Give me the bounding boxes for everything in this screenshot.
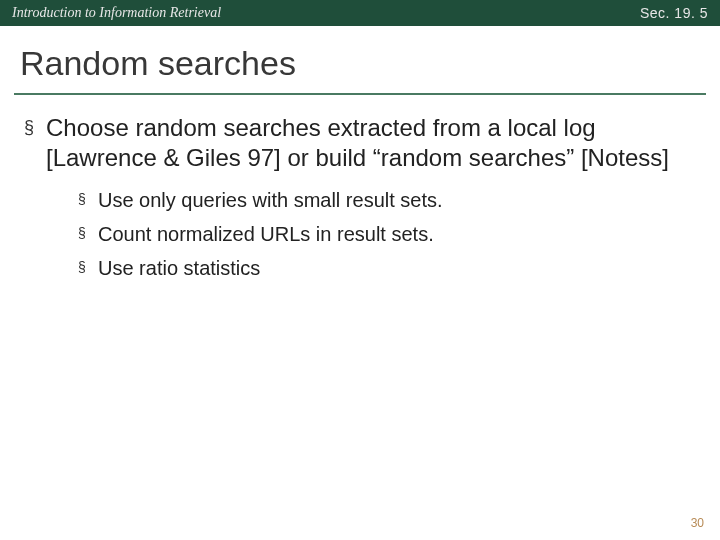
title-rule bbox=[14, 93, 706, 95]
bullet-text: Use only queries with small result sets. bbox=[98, 187, 443, 213]
square-bullet-icon: § bbox=[78, 221, 98, 247]
bullet-level2: § Use ratio statistics bbox=[78, 255, 696, 281]
bullet-text: Choose random searches extracted from a … bbox=[46, 113, 696, 173]
square-bullet-icon: § bbox=[78, 187, 98, 213]
content-area: § Choose random searches extracted from … bbox=[0, 113, 720, 281]
slide-title: Random searches bbox=[0, 26, 720, 89]
header-bar: Introduction to Information Retrieval Se… bbox=[0, 0, 720, 26]
page-number: 30 bbox=[691, 516, 704, 530]
sub-bullet-list: § Use only queries with small result set… bbox=[24, 187, 696, 281]
bullet-level2: § Count normalized URLs in result sets. bbox=[78, 221, 696, 247]
bullet-level1: § Choose random searches extracted from … bbox=[24, 113, 696, 173]
section-label: Sec. 19. 5 bbox=[640, 5, 708, 21]
bullet-text: Count normalized URLs in result sets. bbox=[98, 221, 434, 247]
course-title: Introduction to Information Retrieval bbox=[12, 5, 221, 21]
square-bullet-icon: § bbox=[24, 113, 46, 173]
square-bullet-icon: § bbox=[78, 255, 98, 281]
slide: Introduction to Information Retrieval Se… bbox=[0, 0, 720, 540]
bullet-text: Use ratio statistics bbox=[98, 255, 260, 281]
bullet-level2: § Use only queries with small result set… bbox=[78, 187, 696, 213]
